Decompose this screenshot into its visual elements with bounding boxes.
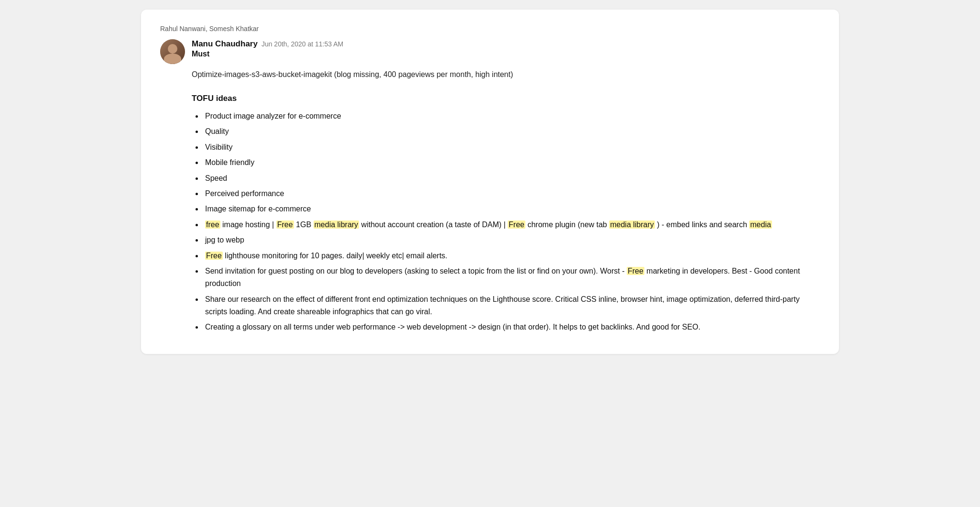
avatar (160, 39, 185, 64)
list-item-text: Send invitation for guest posting on our… (205, 267, 800, 287)
highlight-media-library2: media library (609, 220, 655, 229)
list-item: Mobile friendly (203, 156, 820, 169)
user-header: Manu Chaudhary Jun 20th, 2020 at 11:53 A… (160, 39, 820, 64)
highlight-free3: Free (508, 220, 525, 229)
highlight-free5: Free (627, 267, 644, 275)
list-item: Product image analyzer for e-commerce (203, 110, 820, 122)
user-name-row: Manu Chaudhary Jun 20th, 2020 at 11:53 A… (192, 39, 343, 49)
highlight-media: media (749, 220, 772, 229)
list-item-text: Creating a glossary on all terms under w… (205, 323, 700, 331)
text-segment: chrome plugin (new tab (527, 220, 609, 229)
highlight-media-library: media library (314, 220, 359, 229)
list-item: Quality (203, 125, 820, 138)
list-item-free-image: free image hosting | Free 1GB media libr… (203, 219, 820, 231)
list-item: Share our research on the effect of diff… (203, 293, 820, 319)
timestamp: Jun 20th, 2020 at 11:53 AM (261, 40, 343, 48)
text-segment: ) - embed links and search (657, 220, 749, 229)
list-item: jpg to webp (203, 234, 820, 246)
list-item-text: Product image analyzer for e-commerce (205, 112, 341, 120)
text-segment: image hosting | (222, 220, 276, 229)
list-item-text: free image hosting | Free 1GB media libr… (205, 220, 772, 229)
text-segment: without account creation (a taste of DAM… (361, 220, 508, 229)
highlight-free4: Free (205, 252, 223, 260)
subtitle: Optimize-images-s3-aws-bucket-imagekit (… (192, 69, 820, 80)
highlight-free: free (205, 220, 220, 229)
list-item: Creating a glossary on all terms under w… (203, 321, 820, 333)
text-segment: Send invitation for guest posting on our… (205, 267, 627, 275)
list-item-lighthouse: Free lighthouse monitoring for 10 pages.… (203, 250, 820, 262)
list-item-text: Visibility (205, 143, 233, 151)
user-info: Manu Chaudhary Jun 20th, 2020 at 11:53 A… (192, 39, 343, 58)
main-card: Rahul Nanwani, Somesh Khatkar Manu Chaud… (141, 10, 839, 354)
text-segment: 1GB (296, 220, 313, 229)
list-item-text: Mobile friendly (205, 158, 254, 166)
authors-line: Rahul Nanwani, Somesh Khatkar (160, 25, 820, 33)
list-item-text: Image sitemap for e-commerce (205, 205, 311, 213)
list-item-text: Quality (205, 127, 229, 135)
list-item: Speed (203, 172, 820, 185)
list-item: Visibility (203, 141, 820, 154)
avatar-image (160, 39, 185, 64)
highlight-free2: Free (276, 220, 294, 229)
bullet-list: Product image analyzer for e-commerce Qu… (203, 110, 820, 334)
list-item-text: Perceived performance (205, 189, 284, 198)
user-name: Manu Chaudhary (192, 39, 258, 49)
list-item-text: Share our research on the effect of diff… (205, 295, 800, 316)
list-item: Image sitemap for e-commerce (203, 203, 820, 215)
section-title: TOFU ideas (192, 94, 820, 103)
text-segment: lighthouse monitoring for 10 pages. dail… (225, 252, 447, 260)
badge: Must (192, 50, 343, 58)
list-item-text: Free lighthouse monitoring for 10 pages.… (205, 252, 447, 260)
list-item-text: jpg to webp (205, 236, 244, 244)
list-item: Perceived performance (203, 187, 820, 200)
list-item-text: Speed (205, 174, 227, 182)
list-item-invitation: Send invitation for guest posting on our… (203, 265, 820, 290)
